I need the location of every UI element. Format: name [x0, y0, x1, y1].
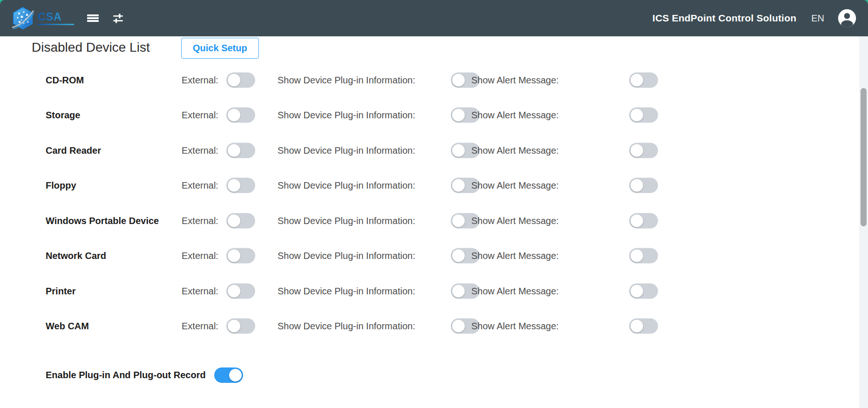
alert-message-label: Show Alert Message:	[471, 180, 559, 191]
external-label: External:	[182, 321, 218, 332]
alert-message-toggle[interactable]	[629, 143, 658, 158]
device-row: Floppy External: Show Device Plug-in Inf…	[0, 168, 859, 204]
alert-message-label: Show Alert Message:	[471, 110, 559, 121]
device-list: CD-ROM External: Show Device Plug-in Inf…	[0, 62, 859, 344]
device-name: Windows Portable Device	[46, 215, 159, 226]
alert-message-label: Show Alert Message:	[471, 321, 559, 332]
device-name: Network Card	[46, 251, 106, 261]
alert-message-toggle[interactable]	[629, 108, 658, 123]
external-label: External:	[182, 215, 218, 226]
external-toggle[interactable]	[226, 283, 255, 299]
plugin-info-label: Show Device Plug-in Information:	[278, 145, 415, 156]
alert-message-toggle[interactable]	[629, 72, 658, 88]
hamburger-menu-icon[interactable]	[84, 11, 102, 26]
plugin-info-label: Show Device Plug-in Information:	[278, 215, 415, 226]
external-label: External:	[182, 251, 218, 261]
alert-message-toggle[interactable]	[629, 248, 658, 264]
external-toggle[interactable]	[226, 248, 255, 264]
device-row: Web CAM External: Show Device Plug-in In…	[0, 309, 859, 344]
device-row: Windows Portable Device External: Show D…	[0, 203, 859, 238]
logo-text: CSA	[38, 12, 74, 22]
plug-record-toggle[interactable]	[214, 367, 243, 383]
external-toggle[interactable]	[226, 72, 255, 88]
plugin-info-label: Show Device Plug-in Information:	[278, 251, 415, 261]
plugin-info-label: Show Device Plug-in Information:	[278, 286, 415, 296]
alert-message-toggle[interactable]	[629, 283, 658, 299]
plugin-info-label: Show Device Plug-in Information:	[278, 75, 415, 85]
quick-setup-button[interactable]: Quick Setup	[181, 38, 259, 59]
device-name: CD-ROM	[46, 75, 84, 85]
alert-message-toggle[interactable]	[629, 319, 658, 334]
scrollbar-thumb[interactable]	[861, 88, 867, 226]
device-name: Storage	[46, 110, 80, 121]
device-name: Card Reader	[46, 145, 101, 156]
content-area: Disabled Device List Quick Setup CD-ROM …	[0, 36, 859, 408]
alert-message-label: Show Alert Message:	[471, 145, 559, 156]
plugin-info-label: Show Device Plug-in Information:	[278, 321, 415, 332]
device-row: Printer External: Show Device Plug-in In…	[0, 273, 859, 309]
external-toggle[interactable]	[226, 143, 255, 158]
external-toggle[interactable]	[226, 108, 255, 123]
external-label: External:	[182, 110, 218, 121]
hexagon-logo-icon	[11, 6, 34, 30]
plugin-info-label: Show Device Plug-in Information:	[278, 180, 415, 191]
device-row: Network Card External: Show Device Plug-…	[0, 238, 859, 274]
app-header: CSA ICS EndPoint Control Solution EN	[0, 0, 868, 36]
app-title: ICS EndPoint Control Solution	[652, 13, 796, 24]
alert-message-label: Show Alert Message:	[471, 251, 559, 261]
device-name: Web CAM	[46, 321, 89, 332]
external-toggle[interactable]	[226, 178, 255, 193]
language-selector[interactable]: EN	[808, 13, 827, 24]
alert-message-toggle[interactable]	[629, 178, 658, 193]
alert-message-label: Show Alert Message:	[471, 286, 559, 296]
device-name: Printer	[46, 286, 75, 296]
app-logo: CSA	[11, 6, 74, 30]
device-row: Card Reader External: Show Device Plug-i…	[0, 133, 859, 168]
tune-sliders-icon[interactable]	[109, 9, 127, 27]
plugin-info-label: Show Device Plug-in Information:	[278, 110, 415, 121]
plug-record-label: Enable Plug-in And Plug-out Record	[46, 370, 206, 381]
external-toggle[interactable]	[226, 319, 255, 334]
alert-message-label: Show Alert Message:	[471, 215, 559, 226]
account-circle-icon[interactable]	[837, 8, 857, 28]
alert-message-label: Show Alert Message:	[471, 75, 559, 85]
external-label: External:	[182, 180, 218, 191]
logo-tagline	[38, 24, 74, 25]
external-label: External:	[182, 145, 218, 156]
vertical-scrollbar[interactable]	[859, 36, 868, 408]
plug-record-row: Enable Plug-in And Plug-out Record	[0, 358, 859, 393]
device-name: Floppy	[46, 180, 76, 191]
page-title: Disabled Device List	[32, 40, 150, 55]
external-toggle[interactable]	[226, 213, 255, 228]
device-row: Storage External: Show Device Plug-in In…	[0, 98, 859, 133]
device-row: CD-ROM External: Show Device Plug-in Inf…	[0, 62, 859, 98]
alert-message-toggle[interactable]	[629, 213, 658, 228]
external-label: External:	[182, 286, 218, 296]
external-label: External:	[182, 75, 218, 85]
